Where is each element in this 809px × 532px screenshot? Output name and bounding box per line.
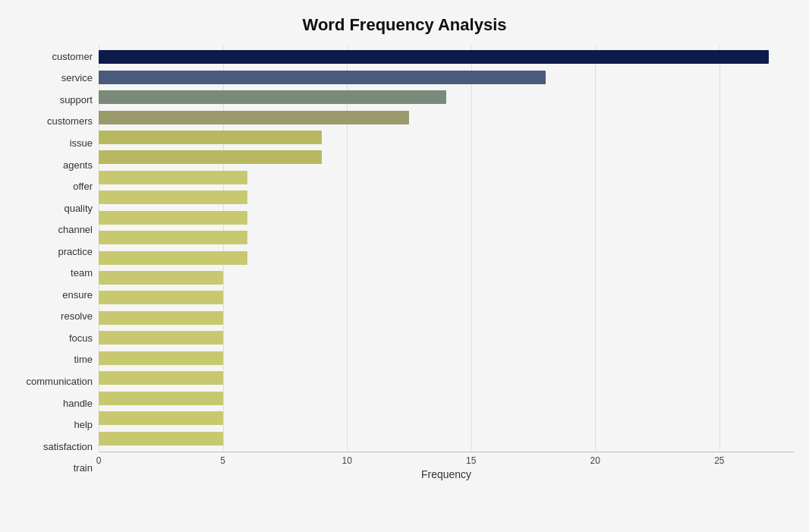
y-label: handle (63, 398, 93, 408)
x-tick: 25 (714, 455, 724, 466)
y-label: customers (47, 116, 93, 126)
x-tick: 10 (342, 455, 351, 466)
bars-list (99, 46, 794, 450)
y-label: ensure (62, 290, 93, 300)
y-label: focus (69, 333, 93, 343)
bar-row (99, 289, 794, 306)
bar (99, 271, 223, 285)
y-label: help (74, 420, 93, 430)
bar (99, 190, 247, 204)
bar (99, 291, 223, 304)
bar (99, 171, 247, 184)
bar-row (99, 329, 794, 346)
bar-row (99, 109, 794, 126)
y-label: team (71, 268, 93, 278)
chart-container: Word Frequency Analysis customerservices… (0, 0, 809, 532)
bar-row (99, 310, 794, 326)
bar-row (99, 49, 794, 65)
bar (99, 311, 223, 325)
y-label: offer (73, 181, 93, 191)
bar (99, 351, 223, 365)
bar-row (99, 410, 794, 427)
bar (99, 251, 247, 265)
x-axis: Frequency 0510152025 (99, 452, 794, 479)
y-label: time (74, 354, 93, 364)
y-label: service (61, 73, 93, 83)
bar-row (99, 350, 794, 367)
bar-row (99, 129, 794, 146)
x-tick: 0 (96, 455, 102, 466)
chart-area: customerservicesupportcustomersissueagen… (15, 46, 794, 479)
x-tick: 20 (590, 455, 600, 466)
y-label: quality (64, 203, 93, 213)
bar (99, 90, 446, 104)
bar (99, 231, 247, 244)
bar (99, 111, 409, 124)
bar-row (99, 370, 794, 386)
bar-row (99, 229, 794, 246)
y-label: resolve (61, 311, 93, 321)
bar-row (99, 69, 794, 86)
bar-row (99, 250, 794, 266)
y-label: communication (27, 376, 93, 386)
bar-row (99, 209, 794, 226)
bar (99, 131, 322, 144)
bar (99, 411, 223, 425)
bar (99, 150, 322, 164)
bar-row (99, 89, 794, 105)
bar-row (99, 189, 794, 206)
y-label: customer (52, 52, 93, 61)
x-axis-label: Frequency (421, 468, 471, 480)
x-tick: 5 (220, 455, 225, 466)
y-label: issue (70, 138, 93, 148)
y-label: support (60, 95, 93, 105)
bar-row (99, 269, 794, 286)
bar-row (99, 430, 794, 447)
bar (99, 392, 223, 405)
y-label: satisfaction (43, 442, 93, 452)
bar (99, 371, 223, 385)
bar-row (99, 169, 794, 186)
y-label: practice (58, 247, 93, 257)
bar (99, 331, 223, 345)
y-label: channel (58, 225, 93, 235)
bars-and-x: Frequency 0510152025 (99, 46, 794, 479)
y-labels: customerservicesupportcustomersissueagen… (15, 46, 99, 479)
chart-title: Word Frequency Analysis (15, 8, 794, 46)
y-label: agents (63, 160, 93, 170)
bar (99, 211, 247, 225)
bar (99, 71, 546, 84)
y-label: train (74, 463, 93, 473)
bar (99, 50, 769, 64)
bar (99, 432, 223, 445)
bar-row (99, 390, 794, 407)
x-tick: 15 (466, 455, 476, 466)
bar-row (99, 149, 794, 165)
bars-area (99, 46, 794, 450)
